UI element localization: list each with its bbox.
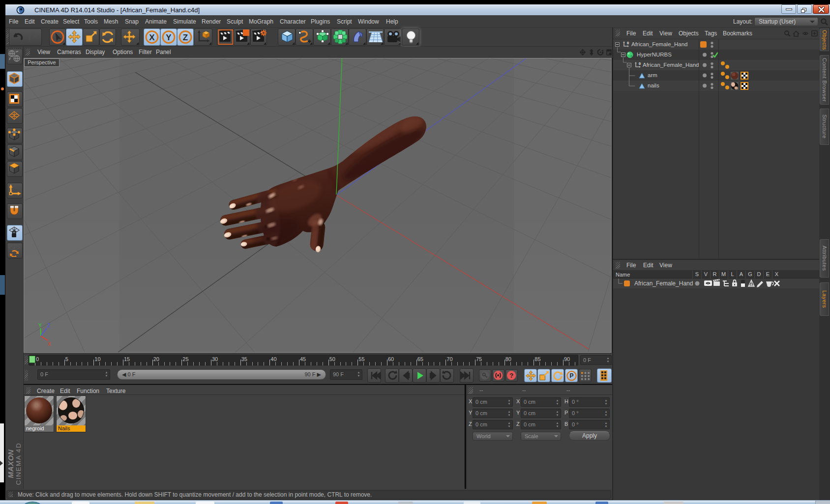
svg-text:0: 0 [639, 62, 641, 66]
svg-text:Z: Z [47, 323, 50, 328]
svg-text:0: 0 [627, 41, 629, 45]
svg-text:Y: Y [38, 323, 42, 328]
svg-text:Y: Y [166, 33, 172, 42]
svg-text:X: X [48, 341, 51, 347]
svg-text:P: P [569, 372, 573, 379]
svg-text:X: X [149, 33, 155, 42]
svg-text:?: ? [509, 372, 513, 379]
svg-text:Z: Z [183, 33, 188, 42]
